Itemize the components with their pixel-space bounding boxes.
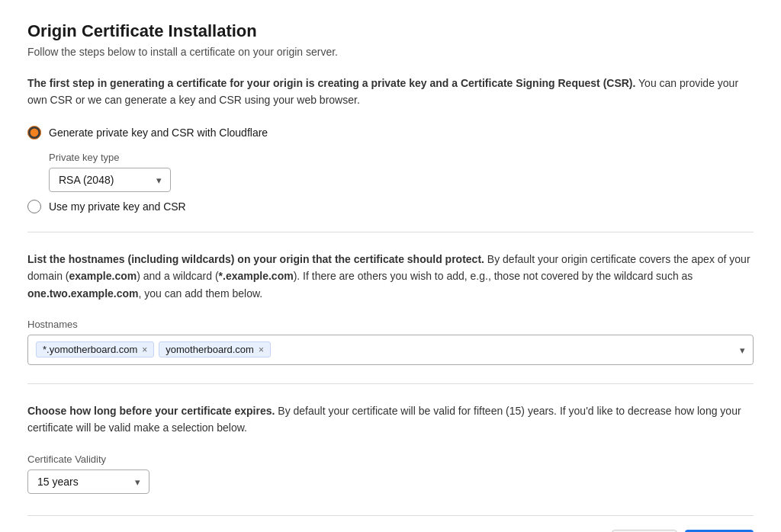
step2-domain3: one.two.example.com [27,287,138,300]
hostname-tag-wildcard: *.yomotherboard.com × [36,341,154,357]
radio-option-cloudflare[interactable]: Generate private key and CSR with Cloudf… [27,126,754,139]
divider-2 [27,383,754,384]
hostnames-label: Hostnames [27,319,754,330]
step2-domain1: example.com [69,270,137,282]
private-key-type-select-wrapper[interactable]: RSA (2048) ECDSA (P-256) [49,168,171,192]
private-key-type-group: Private key type RSA (2048) ECDSA (P-256… [49,152,754,192]
hostname-tag-wildcard-remove[interactable]: × [142,345,147,354]
divider-1 [27,232,754,232]
step1-description: The first step in generating a certifica… [27,75,754,109]
certificate-validity-label: Certificate Validity [27,453,754,465]
certificate-validity-select-wrapper[interactable]: 15 years 10 years 5 years 2 years 1 year [27,470,149,494]
certificate-validity-select[interactable]: 15 years 10 years 5 years 2 years 1 year [27,470,149,494]
hostname-tag-root-remove[interactable]: × [259,345,264,354]
certificate-validity-section: Certificate Validity 15 years 10 years 5… [27,453,754,494]
hostname-tag-root: yomotherboard.com × [159,341,271,357]
step2-description: List the hostnames (including wildcards)… [27,251,754,302]
radio-group-csr: Generate private key and CSR with Cloudf… [27,126,754,213]
private-key-type-select[interactable]: RSA (2048) ECDSA (P-256) [49,168,171,192]
button-row: Cancel Create [27,515,754,532]
hostnames-section: Hostnames *.yomotherboard.com × yomother… [27,319,754,365]
step3-description: Choose how long before your certificate … [27,402,754,437]
hostname-tag-root-value: yomotherboard.com [166,344,254,355]
page-title: Origin Certificate Installation [27,21,754,41]
step2-desc-final: , you can add them below. [138,287,262,300]
private-key-type-label: Private key type [49,152,754,163]
step2-desc-end: ). If there are others you wish to add, … [294,270,693,282]
step1-description-bold: The first step in generating a certifica… [27,77,635,89]
hostnames-dropdown-arrow[interactable]: ▾ [740,344,745,355]
radio-option-own-key[interactable]: Use my private key and CSR [27,200,754,213]
step2-description-bold: List the hostnames (including wildcards)… [27,253,484,265]
page-subtitle: Follow the steps below to install a cert… [27,46,754,58]
step3-description-bold: Choose how long before your certificate … [27,405,275,417]
radio-cloudflare-label[interactable]: Generate private key and CSR with Cloudf… [49,127,268,139]
radio-own-key-label[interactable]: Use my private key and CSR [49,200,186,213]
radio-own-key-input[interactable] [27,200,41,213]
step2-desc-middle: ) and a wildcard ( [137,270,218,282]
step2-domain2: *.example.com [219,270,294,282]
hostname-tag-wildcard-value: *.yomotherboard.com [43,344,137,355]
hostnames-input-container[interactable]: *.yomotherboard.com × yomotherboard.com … [27,335,754,365]
radio-cloudflare-input[interactable] [27,126,41,139]
